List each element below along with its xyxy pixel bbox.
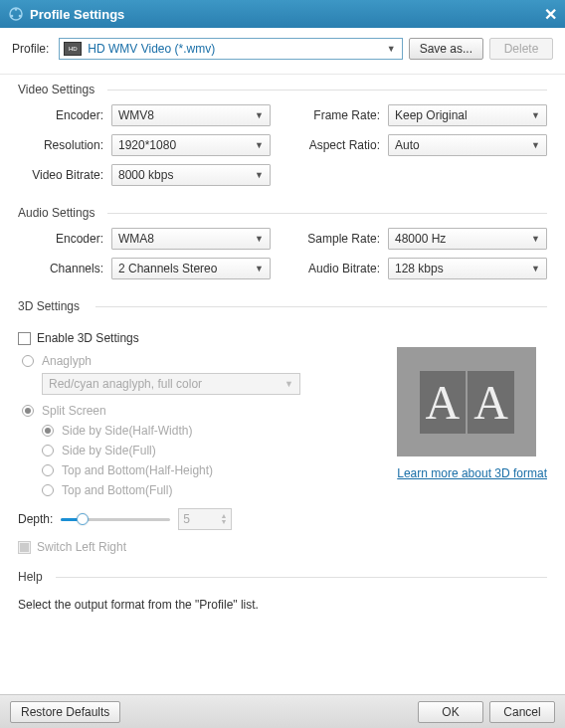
split-screen-label: Split Screen [42,404,106,418]
audio-bitrate-select[interactable]: 128 kbps ▼ [388,258,547,279]
depth-spinner: 5 ▲▼ [178,508,232,530]
chevron-down-icon: ▼ [255,234,264,244]
chevron-down-icon: ▼ [255,140,264,150]
chevron-down-icon: ▼ [255,170,264,180]
resolution-select[interactable]: 1920*1080 ▼ [111,134,271,156]
aspect-ratio-label: Aspect Ratio: [294,138,388,152]
ok-button[interactable]: OK [418,701,483,723]
split-screen-radio [22,405,34,417]
3d-settings-title: 3D Settings [18,297,547,313]
chevron-down-icon: ▼ [255,110,264,120]
chevron-down-icon: ▼ [531,234,540,244]
audio-settings-group: Audio Settings Encoder: WMA8 ▼ Sample Ra… [18,204,547,279]
video-settings-group: Video Settings Encoder: WMV8 ▼ Frame Rat… [18,81,547,186]
cancel-button[interactable]: Cancel [489,701,555,723]
footer: Restore Defaults OK Cancel [0,694,565,728]
video-bitrate-select[interactable]: 8000 kbps ▼ [111,164,271,186]
help-text: Select the output format from the "Profi… [18,592,547,612]
enable-3d-checkbox[interactable] [18,332,31,345]
3d-preview: A A [397,347,536,456]
chevron-down-icon: ▼ [284,379,293,389]
video-bitrate-label: Video Bitrate: [18,168,111,182]
anaglyph-type-select: Red/cyan anaglyph, full color ▼ [42,373,300,395]
profile-label: Profile: [12,42,49,56]
depth-slider[interactable] [61,511,170,527]
save-as-button[interactable]: Save as... [409,38,483,60]
profile-row: Profile: HD HD WMV Video (*.wmv) ▼ Save … [0,28,565,75]
channels-select[interactable]: 2 Channels Stereo ▼ [111,258,271,279]
help-title: Help [18,568,547,584]
learn-more-link[interactable]: Learn more about 3D format [397,466,547,480]
chevron-down-icon: ▼ [531,264,540,273]
audio-settings-title: Audio Settings [18,204,547,220]
aspect-ratio-select[interactable]: Auto ▼ [388,134,547,156]
sbs-half-label: Side by Side(Half-Width) [62,424,192,438]
close-icon[interactable]: ✕ [544,5,557,24]
window-title: Profile Settings [30,7,544,22]
enable-3d-label: Enable 3D Settings [37,331,139,345]
anaglyph-label: Anaglyph [42,354,92,368]
delete-button: Delete [489,38,553,60]
chevron-down-icon: ▼ [531,110,540,120]
chevron-down-icon: ▼ [255,264,264,273]
sbs-full-radio [42,445,54,456]
profile-format-icon: HD [64,42,82,56]
sample-rate-label: Sample Rate: [294,232,388,246]
frame-rate-select[interactable]: Keep Original ▼ [388,104,547,126]
frame-rate-label: Frame Rate: [294,108,388,122]
switch-lr-checkbox [18,541,31,554]
audio-encoder-select[interactable]: WMA8 ▼ [111,228,271,250]
titlebar: Profile Settings ✕ [0,0,565,28]
3d-settings-group: 3D Settings Enable 3D Settings Anaglyph … [18,297,547,554]
anaglyph-radio [22,355,34,367]
chevron-down-icon: ▼ [387,44,396,54]
sbs-full-label: Side by Side(Full) [62,444,156,457]
tab-half-radio [42,464,54,476]
channels-label: Channels: [18,262,111,275]
profile-select[interactable]: HD HD WMV Video (*.wmv) ▼ [59,38,402,60]
tab-half-label: Top and Bottom(Half-Height) [62,463,213,477]
chevron-down-icon: ▼ [220,519,227,525]
help-group: Help Select the output format from the "… [18,568,547,612]
resolution-label: Resolution: [18,138,111,152]
chevron-down-icon: ▼ [531,140,540,150]
tab-full-radio [42,484,54,496]
audio-bitrate-label: Audio Bitrate: [294,262,388,275]
audio-encoder-label: Encoder: [18,232,111,246]
restore-defaults-button[interactable]: Restore Defaults [10,701,120,723]
svg-point-1 [15,8,18,11]
video-encoder-label: Encoder: [18,108,111,122]
video-settings-title: Video Settings [18,81,547,96]
sample-rate-select[interactable]: 48000 Hz ▼ [388,228,547,250]
profile-value: HD WMV Video (*.wmv) [88,42,215,56]
sbs-half-radio [42,425,54,437]
svg-point-2 [19,15,22,18]
svg-point-3 [11,15,14,18]
depth-label: Depth: [18,512,53,526]
video-encoder-select[interactable]: WMV8 ▼ [111,104,271,126]
switch-lr-label: Switch Left Right [37,540,126,554]
app-icon [8,6,24,22]
tab-full-label: Top and Bottom(Full) [62,483,172,497]
